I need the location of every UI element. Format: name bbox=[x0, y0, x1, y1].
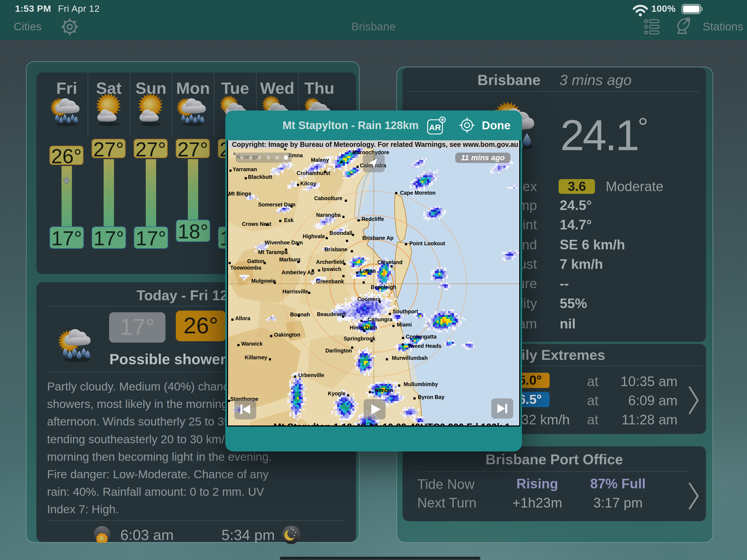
svg-text:Coolangatta: Coolangatta bbox=[406, 334, 437, 339]
svg-text:Mulgowie: Mulgowie bbox=[251, 278, 276, 284]
svg-text:Murwillumbah: Murwillumbah bbox=[392, 355, 428, 361]
svg-text:Greenbank: Greenbank bbox=[316, 278, 344, 284]
svg-text:Warwick: Warwick bbox=[241, 341, 263, 347]
svg-text:Logan: Logan bbox=[360, 268, 376, 274]
svg-text:Mullumbimby: Mullumbimby bbox=[404, 381, 438, 387]
svg-text:Mt Tarampa: Mt Tarampa bbox=[258, 249, 288, 255]
svg-text:Amberley Ap: Amberley Ap bbox=[282, 269, 314, 275]
svg-text:Nimbin: Nimbin bbox=[375, 387, 393, 393]
svg-text:Boonah: Boonah bbox=[290, 311, 310, 317]
svg-text:Caboolture: Caboolture bbox=[314, 195, 342, 201]
svg-text:Somerset Dam: Somerset Dam bbox=[258, 202, 295, 207]
svg-text:AR: AR bbox=[429, 123, 441, 132]
svg-text:Coomera: Coomera bbox=[357, 296, 381, 302]
svg-text:Kyogle: Kyogle bbox=[328, 390, 345, 397]
svg-text:Springbrook: Springbrook bbox=[344, 335, 376, 341]
svg-text:Cleveland: Cleveland bbox=[377, 259, 403, 265]
svg-text:Mt Binga: Mt Binga bbox=[229, 190, 251, 197]
svg-text:Redcliffe: Redcliffe bbox=[361, 216, 384, 222]
svg-text:Brisbane: Brisbane bbox=[325, 246, 347, 252]
svg-text:Copyright: Image by Bureau of: Copyright: Image by Bureau of Meteorolog… bbox=[232, 141, 518, 148]
svg-text:Allora: Allora bbox=[235, 315, 250, 321]
svg-text:Marburg: Marburg bbox=[279, 256, 301, 262]
svg-text:Canungra: Canungra bbox=[367, 316, 392, 322]
svg-text:Wivenhoe Dam: Wivenhoe Dam bbox=[265, 239, 303, 246]
svg-text:Tweed Heads: Tweed Heads bbox=[408, 343, 441, 349]
svg-text:Boondall: Boondall bbox=[330, 230, 352, 236]
svg-text:Brisbane Ap: Brisbane Ap bbox=[362, 235, 393, 241]
svg-text:Yarraman: Yarraman bbox=[233, 166, 257, 172]
svg-text:Cape Moreton: Cape Moreton bbox=[400, 190, 436, 196]
svg-text:Byron Bay: Byron Bay bbox=[418, 394, 445, 400]
svg-text:Gatton: Gatton bbox=[247, 258, 264, 264]
svg-text:Crows Nest: Crows Nest bbox=[242, 221, 272, 227]
svg-text:Beenleigh: Beenleigh bbox=[371, 284, 396, 290]
svg-text:Harrisville: Harrisville bbox=[282, 288, 308, 295]
svg-text:Ipswich: Ipswich bbox=[322, 266, 341, 272]
svg-text:Mt Stapylton 1 10:40:11:10 0: Mt Stapylton 1 10:40:11:10 00:40UTC0 000… bbox=[274, 422, 510, 426]
svg-text:Blackbutt: Blackbutt bbox=[248, 174, 272, 180]
svg-text:Miami: Miami bbox=[397, 322, 412, 328]
svg-text:Archerfield: Archerfield bbox=[316, 259, 344, 265]
svg-text:Narangba: Narangba bbox=[316, 212, 341, 218]
svg-text:Urbenville: Urbenville bbox=[298, 372, 324, 378]
svg-text:Kilcoy: Kilcoy bbox=[300, 180, 316, 186]
svg-text:Esk: Esk bbox=[284, 217, 294, 223]
svg-text:Killarney: Killarney bbox=[245, 354, 267, 360]
svg-text:Beaudesert: Beaudesert bbox=[317, 311, 346, 317]
svg-text:Maleny: Maleny bbox=[311, 157, 329, 163]
svg-text:Point Lookout: Point Lookout bbox=[409, 240, 445, 246]
svg-text:Toowoomba: Toowoomba bbox=[230, 265, 261, 271]
svg-text:Oakington: Oakington bbox=[274, 332, 300, 338]
svg-text:Hinze Dam: Hinze Dam bbox=[350, 325, 377, 331]
svg-text:Crohamhurst: Crohamhurst bbox=[297, 170, 330, 176]
svg-text:Darlington: Darlington bbox=[325, 348, 352, 354]
svg-text:Highvale: Highvale bbox=[303, 233, 325, 239]
svg-text:Southport: Southport bbox=[393, 308, 418, 314]
